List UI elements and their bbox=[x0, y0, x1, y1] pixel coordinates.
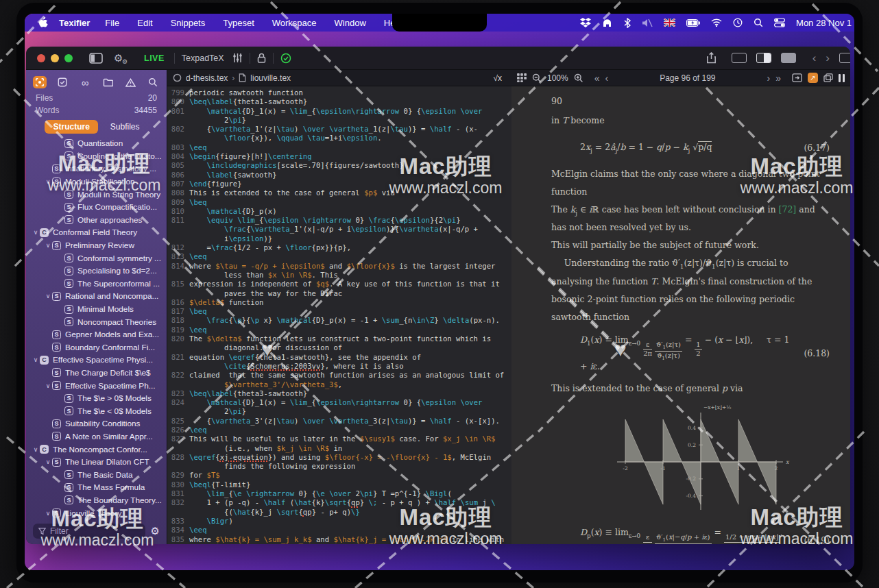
chevron-down-icon[interactable]: ∨ bbox=[44, 382, 52, 389]
sidebar-tab-structure[interactable]: Structure bbox=[45, 120, 97, 134]
code-line[interactable]: 817\beq bbox=[167, 307, 511, 316]
toggle-sidebar-icon[interactable] bbox=[89, 53, 103, 64]
next-page-icon[interactable]: › bbox=[767, 73, 771, 83]
battery-icon[interactable] bbox=[686, 19, 700, 27]
chevron-down-icon[interactable]: ∨ bbox=[32, 229, 40, 236]
code-line[interactable]: (i.e., when $k_j \in \R$ in bbox=[167, 444, 511, 453]
menu-item[interactable]: Typeset bbox=[223, 18, 254, 28]
tree-item[interactable]: SThe $\e < 0$ Models bbox=[26, 404, 167, 417]
tree-item[interactable]: SBoundary Conformal Fi... bbox=[26, 341, 167, 354]
tree-item[interactable]: ∨CEffective Spacetime Physi... bbox=[26, 354, 167, 367]
code-line[interactable]: 809\beq bbox=[167, 198, 511, 207]
time-machine-icon[interactable] bbox=[733, 18, 743, 27]
menu-clock[interactable]: Mon 28 Nov 1 bbox=[796, 18, 852, 28]
keyboard-flag-uk-icon[interactable] bbox=[664, 19, 675, 27]
code-line[interactable]: 823\beq\label{theta3-sawtooth} bbox=[167, 389, 511, 398]
thumbnails-grid-icon[interactable] bbox=[517, 73, 527, 82]
tree-item[interactable]: ∨SRational and Noncompa... bbox=[26, 290, 167, 303]
engine-selector[interactable]: TexpadTeX bbox=[182, 53, 224, 63]
layout-pdf-only-button[interactable] bbox=[781, 53, 796, 63]
tree-item[interactable]: SConformal symmetry ... bbox=[26, 252, 167, 265]
share-icon[interactable] bbox=[706, 52, 717, 64]
code-line[interactable]: 814where $\tau = -q/p + i\epsilon$ and $… bbox=[167, 262, 511, 271]
code-line[interactable]: 824 \mathcal{D}_1(x) = \lim_{\epsilon\ri… bbox=[167, 398, 511, 407]
close-window-button[interactable] bbox=[37, 54, 45, 62]
menu-item[interactable]: File bbox=[105, 18, 119, 28]
layout-editor-only-button[interactable] bbox=[732, 53, 747, 63]
code-line[interactable]: 828\eqref{xj-equation}) and using $\floo… bbox=[167, 453, 511, 462]
code-line[interactable]: 821equation \eqref{theta1-sawtooth}, see… bbox=[167, 353, 511, 362]
chevron-down-icon[interactable]: ∨ bbox=[44, 458, 52, 465]
tree-item[interactable]: SThe $\e > 0$ Models bbox=[26, 392, 167, 405]
code-line[interactable]: 815expression is independent of $q$. A k… bbox=[167, 280, 511, 289]
tree-item[interactable]: SQuantisation bbox=[26, 137, 167, 150]
menu-item[interactable]: Edit bbox=[137, 18, 152, 28]
tree-item[interactable]: SSuitability Conditions bbox=[26, 417, 167, 430]
zoom-out-icon[interactable] bbox=[532, 73, 542, 83]
tree-item[interactable]: ∨CConformal Field Theory bbox=[26, 226, 167, 239]
chevron-down-icon[interactable]: ∨ bbox=[44, 242, 52, 249]
code-line[interactable]: 819\eeq bbox=[167, 326, 511, 334]
code-line[interactable]: less than $x \in \R$. This bbox=[167, 271, 511, 280]
control-center-icon[interactable] bbox=[774, 18, 785, 27]
tree-item[interactable]: SOther approaches bbox=[26, 214, 167, 227]
code-line[interactable]: 811 \equiv \lim_{\epsilon \rightarrow 0}… bbox=[167, 216, 511, 225]
typeset-ok-check-icon[interactable] bbox=[280, 53, 291, 64]
tree-item[interactable]: SSpecialising to $d=2... bbox=[26, 265, 167, 278]
audio-muted-icon[interactable] bbox=[642, 19, 653, 27]
minimize-window-button[interactable] bbox=[51, 54, 59, 62]
tree-item[interactable]: SThe Charge Deficit $\e$ bbox=[26, 367, 167, 380]
dropbox-icon[interactable] bbox=[580, 18, 591, 27]
code-line[interactable]: 825 {\vartheta_3'(z|\tau) \over \varthet… bbox=[167, 417, 511, 426]
code-line[interactable]: 803\eeq bbox=[167, 143, 511, 152]
tree-item[interactable]: SFlux Compactificatio... bbox=[26, 201, 167, 214]
code-line[interactable]: 826\eeq bbox=[167, 426, 511, 434]
tree-item[interactable]: SThe Basic Data bbox=[26, 468, 167, 481]
code-line[interactable]: 801 \mathcal{D}_1(x) = \lim_{\epsilon\ri… bbox=[167, 107, 511, 116]
code-line[interactable]: 820The $\delta$ function lets us constru… bbox=[167, 334, 511, 343]
typeset-settings-gear-icon[interactable]: ⚙⚙ bbox=[114, 52, 129, 64]
zoom-window-button[interactable] bbox=[64, 54, 73, 62]
tree-item[interactable]: SA Note on Similar Appr... bbox=[26, 430, 167, 443]
lock-icon[interactable] bbox=[257, 53, 266, 63]
jump-to-source-button[interactable]: ↗ bbox=[808, 73, 818, 83]
files-folder-icon[interactable] bbox=[101, 76, 115, 88]
infinity-live-icon[interactable]: ∞ bbox=[78, 76, 92, 88]
code-line[interactable]: \floor{x}), \qquad \tau=1+i\epsilon. bbox=[167, 134, 511, 143]
sidebar-tab-subfiles[interactable]: Subfiles bbox=[102, 120, 148, 134]
breadcrumb-file[interactable]: liouville.tex bbox=[250, 73, 291, 83]
code-line[interactable]: i\epsilon)} bbox=[167, 234, 511, 243]
code-line[interactable]: 810 \mathcal{D}_p(x) bbox=[167, 207, 511, 216]
layout-extra-button[interactable] bbox=[839, 53, 850, 63]
history-forward-icon[interactable]: › bbox=[826, 52, 830, 64]
chevron-down-icon[interactable]: ∨ bbox=[32, 356, 40, 363]
code-line[interactable]: 816$\delta$ function bbox=[167, 298, 511, 307]
chevron-down-icon[interactable]: ∨ bbox=[44, 293, 52, 299]
code-line[interactable]: $\vartheta_3'/\vartheta_3$, bbox=[167, 380, 511, 389]
copies-icon[interactable] bbox=[823, 73, 833, 82]
warnings-icon[interactable] bbox=[123, 76, 137, 88]
tree-item[interactable]: SThe Boundary Theory... bbox=[26, 494, 167, 507]
code-line[interactable]: \cite{Schomerus:2003vv}, where it is als… bbox=[167, 362, 511, 371]
pause-typeset-icon[interactable] bbox=[839, 74, 845, 82]
code-line[interactable]: 812 =\frac{1/2 - px + \floor{px}}{p}, bbox=[167, 243, 511, 252]
tree-item[interactable]: SThe Mass Formula bbox=[26, 481, 167, 494]
code-line[interactable]: 2\pi} bbox=[167, 116, 511, 125]
math-preview-button[interactable]: √x bbox=[489, 73, 506, 84]
tree-item[interactable]: SMinimal Models bbox=[26, 303, 167, 316]
code-line[interactable]: 799periodic sawtooth function bbox=[167, 88, 511, 97]
previous-page-icon[interactable]: ‹ bbox=[605, 73, 609, 83]
breadcrumb-root[interactable]: d-thesis.tex bbox=[186, 73, 228, 83]
code-line[interactable]: 822claimed that the same sawtooth functi… bbox=[167, 371, 511, 380]
menu-item[interactable]: Workspace bbox=[272, 18, 317, 28]
menu-item[interactable]: Snippets bbox=[171, 18, 206, 28]
wifi-icon[interactable] bbox=[711, 19, 722, 27]
tree-item[interactable]: ∨SEffective Spacetime Ph... bbox=[26, 379, 167, 392]
history-back-icon[interactable]: ‹ bbox=[812, 52, 817, 64]
code-line[interactable]: 2\pi} bbox=[167, 407, 511, 416]
todo-checkbox-icon[interactable] bbox=[56, 76, 69, 88]
code-line[interactable]: 830\beql{T-limit} bbox=[167, 480, 511, 489]
menu-item[interactable]: Window bbox=[335, 18, 366, 28]
code-line[interactable]: \frac{\vartheta_1'(x|-q/p + i\epsilon)}{… bbox=[167, 225, 511, 234]
code-line[interactable]: finds the following expression bbox=[167, 462, 511, 471]
